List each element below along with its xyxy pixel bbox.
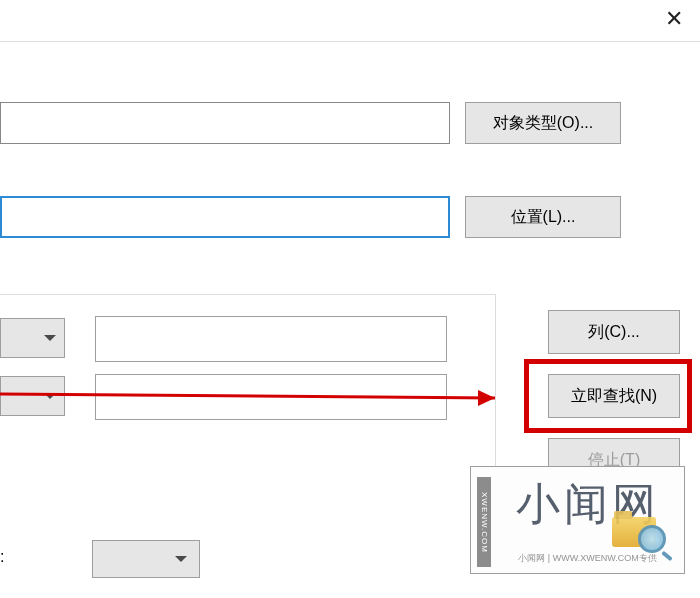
columns-button[interactable]: 列(C)... (548, 310, 680, 354)
bottom-combo[interactable] (92, 540, 200, 578)
header-divider (0, 41, 700, 42)
close-icon[interactable]: ✕ (662, 7, 686, 31)
criteria-panel (0, 294, 496, 574)
object-type-input[interactable] (0, 102, 450, 144)
location-input[interactable] (0, 196, 450, 238)
location-button[interactable]: 位置(L)... (465, 196, 621, 238)
watermark-subtitle: 小闻网 | WWW.XWENW.COM专供 (495, 552, 680, 565)
object-type-button[interactable]: 对象类型(O)... (465, 102, 621, 144)
criteria-value-input-2[interactable] (95, 374, 447, 420)
criteria-value-input-1[interactable] (95, 316, 447, 362)
watermark: XWENW.COM 小闻网 小闻网 | WWW.XWENW.COM专供 (470, 466, 685, 574)
criteria-combo-2[interactable] (0, 376, 65, 416)
chevron-down-icon (175, 556, 187, 562)
bottom-label-colon: : (0, 548, 4, 566)
criteria-combo-1[interactable] (0, 318, 65, 358)
chevron-down-icon (44, 335, 56, 341)
chevron-down-icon (44, 393, 56, 399)
watermark-side: XWENW.COM (477, 477, 491, 567)
magnifier-icon (638, 525, 666, 553)
find-now-button[interactable]: 立即查找(N) (548, 374, 680, 418)
